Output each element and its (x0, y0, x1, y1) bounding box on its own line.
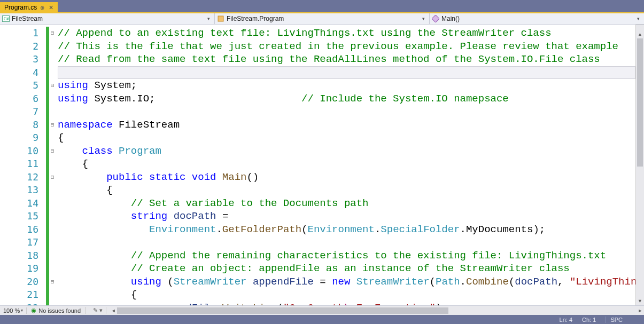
outline-spacer (49, 66, 56, 80)
chevron-down-icon: ▾ (422, 16, 427, 21)
line-number: 3 (0, 53, 38, 66)
current-line-highlight (58, 66, 635, 80)
scroll-up-arrow[interactable]: ▲ (636, 30, 644, 38)
outline-spacer (49, 262, 56, 275)
nav-project-label: FileStream (12, 15, 43, 22)
document-tab-active[interactable]: Program.cs ⊕ ✕ (0, 2, 58, 12)
line-number: 10 (0, 145, 38, 158)
line-number: 21 (0, 288, 38, 302)
zoom-control[interactable]: 100 % ▾ (3, 307, 27, 314)
line-number: 20 (0, 275, 38, 289)
outline-collapse-icon[interactable]: ⊟ (49, 171, 56, 184)
code-line[interactable]: class Program (58, 145, 635, 158)
code-line[interactable]: using (StreamWriter appendFile = new Str… (58, 275, 635, 289)
code-line[interactable] (58, 66, 635, 80)
outline-collapse-icon[interactable]: ⊟ (49, 27, 56, 40)
code-line[interactable]: namespace FileStream (58, 118, 635, 132)
code-line[interactable]: { (58, 184, 635, 197)
editor-bottom-bar: 100 % ▾ ◉ No issues found ✎ ▾ ◄ ► (0, 305, 644, 315)
code-line[interactable]: { (58, 288, 635, 302)
pin-icon[interactable]: ⊕ (40, 5, 44, 11)
code-line[interactable]: { (58, 131, 635, 145)
chevron-down-icon: ▾ (207, 16, 212, 21)
outline-spacer (49, 184, 56, 197)
tab-filename: Program.cs (4, 4, 37, 11)
issues-text: No issues found (38, 307, 81, 314)
outline-spacer (49, 40, 56, 53)
outline-spacer (49, 223, 56, 236)
outline-collapse-icon[interactable]: ⊟ (49, 79, 56, 92)
line-number: 11 (0, 157, 38, 171)
line-number: 13 (0, 184, 38, 197)
outline-collapse-icon[interactable]: ⊟ (49, 275, 56, 289)
csharp-project-icon: C# (2, 15, 10, 22)
code-line[interactable]: { (58, 157, 635, 171)
code-line[interactable] (58, 236, 635, 249)
outline-spacer (49, 157, 56, 171)
code-line[interactable]: string docPath = (58, 210, 635, 223)
outline-collapse-icon[interactable]: ⊟ (49, 145, 56, 158)
code-line[interactable]: using System.IO; // Include the System.I… (58, 92, 635, 106)
scroll-right-arrow[interactable]: ► (637, 308, 644, 313)
split-handle[interactable] (636, 25, 644, 30)
scroll-track[interactable] (636, 38, 644, 297)
code-line[interactable]: // Append to an existing text file: Livi… (58, 27, 635, 40)
zoom-value: 100 % (3, 307, 20, 314)
vertical-scrollbar[interactable]: ▲ ▼ (635, 25, 644, 305)
scroll-left-arrow[interactable]: ◄ (110, 308, 117, 313)
code-line[interactable]: using System; (58, 79, 635, 92)
code-line[interactable]: // Append the remaining characteristics … (58, 249, 635, 263)
code-line[interactable]: // Read from the same text file using th… (58, 53, 635, 66)
line-number: 17 (0, 236, 38, 249)
outlining-margin[interactable]: ⊟⊟⊟⊟⊟⊟ (49, 25, 56, 305)
outline-spacer (49, 92, 56, 106)
code-line[interactable] (58, 105, 635, 118)
code-line[interactable]: Environment.GetFolderPath(Environment.Sp… (58, 223, 635, 236)
line-number: 8 (0, 118, 38, 132)
line-number: 2 (0, 40, 38, 53)
line-number: 5 (0, 79, 38, 92)
status-bar: Ln: 4 Ch: 1 SPC (0, 315, 644, 324)
nav-class-dropdown[interactable]: FileStream.Program ▾ (215, 13, 430, 24)
line-number: 12 (0, 171, 38, 184)
line-number: 6 (0, 92, 38, 106)
hscroll-thumb[interactable] (117, 307, 448, 314)
code-editor[interactable]: 12345678910111213141516171819202122 ⊟⊟⊟⊟… (0, 25, 644, 305)
line-number-gutter: 12345678910111213141516171819202122 (0, 25, 46, 305)
chevron-down-icon: ▾ (21, 308, 23, 313)
scroll-thumb[interactable] (637, 38, 643, 167)
outline-spacer (49, 197, 56, 210)
svg-rect-2 (218, 16, 223, 21)
error-list-summary[interactable]: ◉ No issues found (31, 307, 86, 314)
code-line[interactable]: appendFile.WriteLine("G: Growth\nE: Excr… (58, 302, 635, 306)
status-char: Ch: 1 (582, 317, 596, 323)
check-icon: ◉ (31, 307, 36, 314)
code-area[interactable]: // Append to an existing text file: Livi… (56, 25, 635, 305)
status-indent-mode[interactable]: SPC (606, 317, 623, 323)
line-number: 19 (0, 262, 38, 275)
line-number: 16 (0, 223, 38, 236)
svg-text:C#: C# (4, 17, 9, 21)
line-number: 18 (0, 249, 38, 263)
scroll-down-arrow[interactable]: ▼ (636, 297, 644, 305)
outline-collapse-icon[interactable]: ⊟ (49, 118, 56, 132)
horizontal-scrollbar[interactable]: ◄ ► (110, 306, 644, 315)
line-number: 7 (0, 105, 38, 118)
code-line[interactable]: public static void Main() (58, 171, 635, 184)
line-number: 9 (0, 131, 38, 145)
nav-member-dropdown[interactable]: Main() ▾ (430, 13, 644, 24)
chevron-down-icon: ▾ (637, 16, 642, 21)
code-line[interactable]: // This is the file that we just created… (58, 40, 635, 53)
nav-project-dropdown[interactable]: C# FileStream ▾ (0, 13, 215, 24)
nav-class-label: FileStream.Program (227, 15, 284, 22)
outline-spacer (49, 288, 56, 302)
code-line[interactable]: // Create an object: appendFile as an in… (58, 262, 635, 275)
line-number: 14 (0, 197, 38, 210)
close-icon[interactable]: ✕ (48, 4, 55, 11)
svg-rect-3 (432, 15, 439, 22)
outline-spacer (49, 131, 56, 145)
feedback-icon[interactable]: ✎ ▾ (90, 307, 106, 314)
outline-spacer (49, 236, 56, 249)
code-line[interactable]: // Set a variable to the Documents path (58, 197, 635, 210)
status-line: Ln: 4 (560, 317, 572, 323)
